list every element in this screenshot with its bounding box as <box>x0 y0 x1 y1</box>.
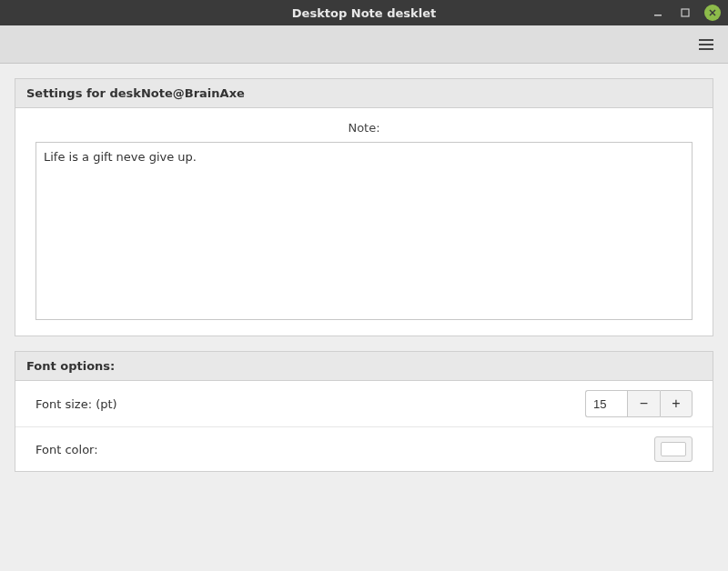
close-button[interactable] <box>704 5 721 21</box>
maximize-button[interactable] <box>677 5 693 21</box>
toolbar <box>0 25 728 64</box>
titlebar: Desktop Note desklet <box>0 0 728 25</box>
minus-icon: − <box>640 396 648 412</box>
settings-panel-header: Settings for deskNote@BrainAxe <box>15 79 713 108</box>
font-color-row: Font color: <box>15 426 713 471</box>
font-size-decrease-button[interactable]: − <box>627 390 660 417</box>
window-controls <box>650 0 721 25</box>
svg-rect-1 <box>682 9 689 16</box>
font-options-header: Font options: <box>15 352 713 381</box>
window-title: Desktop Note desklet <box>292 6 436 20</box>
font-options-panel: Font options: Font size: (pt) − + Font c… <box>15 351 713 472</box>
menu-button[interactable] <box>695 34 717 55</box>
content-area: Settings for deskNote@BrainAxe Note: Fon… <box>0 64 728 501</box>
plus-icon: + <box>672 396 680 412</box>
note-label: Note: <box>35 121 693 135</box>
svg-rect-4 <box>699 39 713 41</box>
font-color-button[interactable] <box>654 436 693 462</box>
font-size-increase-button[interactable]: + <box>660 390 693 417</box>
settings-panel-body: Note: <box>15 108 713 336</box>
close-icon <box>708 8 717 17</box>
font-size-label: Font size: (pt) <box>35 397 117 411</box>
minimize-icon <box>653 8 662 17</box>
maximize-icon <box>681 8 690 17</box>
svg-rect-0 <box>654 15 662 16</box>
font-color-label: Font color: <box>35 443 98 456</box>
svg-rect-5 <box>699 44 713 45</box>
svg-rect-6 <box>699 48 713 50</box>
font-color-swatch <box>661 442 686 456</box>
font-size-input[interactable] <box>585 390 627 417</box>
note-textarea[interactable] <box>35 142 693 320</box>
hamburger-icon <box>699 38 713 51</box>
font-size-spinner: − + <box>585 390 693 417</box>
settings-panel: Settings for deskNote@BrainAxe Note: <box>15 78 713 336</box>
font-size-row: Font size: (pt) − + <box>15 381 713 426</box>
minimize-button[interactable] <box>650 5 666 21</box>
